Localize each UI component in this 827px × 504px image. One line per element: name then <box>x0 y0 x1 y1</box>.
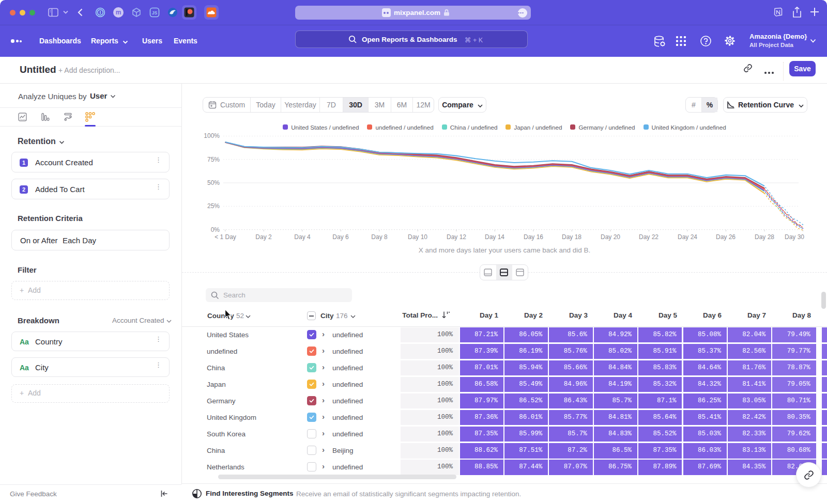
svg-text:JS: JS <box>152 10 158 15</box>
